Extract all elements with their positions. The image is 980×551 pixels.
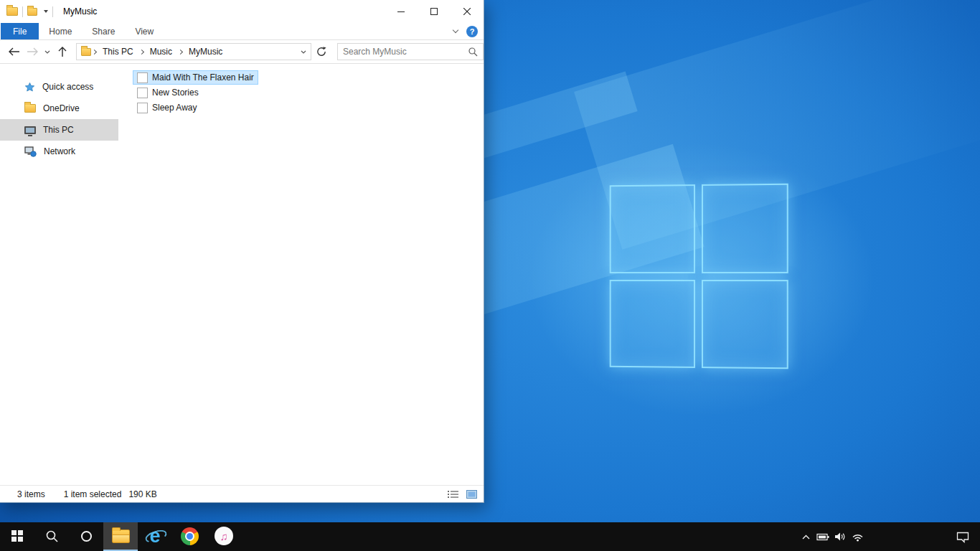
expand-ribbon-chevron-icon[interactable]	[453, 27, 458, 33]
windows-start-icon	[11, 530, 23, 542]
tab-home-label: Home	[49, 27, 72, 37]
windows-logo-pane	[701, 280, 788, 369]
forward-arrow-icon	[27, 47, 39, 56]
breadcrumb-separator-icon[interactable]	[92, 49, 97, 54]
help-icon: ?	[470, 27, 475, 36]
tab-home[interactable]: Home	[39, 23, 82, 39]
divider	[22, 6, 23, 17]
file-row[interactable]: New Stories	[133, 85, 203, 100]
monitor-icon	[24, 126, 36, 134]
sidebar-item-label: OneDrive	[43, 103, 80, 113]
windows-logo	[610, 184, 788, 369]
window-controls	[385, 0, 484, 23]
breadcrumb-this-pc[interactable]: This PC	[98, 44, 138, 60]
taskbar-internet-explorer-button[interactable]	[138, 522, 172, 551]
maximize-button[interactable]	[418, 0, 451, 23]
volume-tray-button[interactable]	[831, 522, 849, 551]
taskbar-file-explorer-button[interactable]	[103, 522, 138, 551]
breadcrumb-music[interactable]: Music	[145, 44, 177, 60]
search-box[interactable]	[337, 43, 484, 60]
help-button[interactable]: ?	[466, 26, 478, 37]
file-name: New Stories	[152, 88, 199, 98]
file-list: Maid With The Flaxen Hair New Stories Sl…	[118, 65, 484, 485]
address-bar[interactable]: This PC Music MyMusic	[76, 43, 311, 60]
media-file-icon	[137, 88, 148, 98]
selection-size: 190 KB	[128, 489, 156, 499]
cortana-icon	[81, 531, 92, 542]
battery-tray-button[interactable]	[814, 522, 831, 551]
refresh-button[interactable]	[313, 43, 330, 60]
windows-logo-pane	[701, 184, 788, 273]
ribbon-tab-bar: File Home Share View ?	[0, 23, 484, 40]
taskbar-chrome-button[interactable]	[172, 522, 207, 551]
windows-logo-pane	[610, 184, 695, 273]
file-explorer-icon	[112, 529, 130, 543]
navigation-pane: Quick access OneDrive This PC Network	[0, 65, 118, 485]
back-arrow-icon	[8, 47, 20, 56]
sidebar-item-label: This PC	[43, 125, 74, 135]
up-button[interactable]	[53, 42, 72, 61]
close-button[interactable]	[451, 0, 484, 23]
details-view-button[interactable]	[445, 487, 461, 501]
file-explorer-window: MyMusic File Home Share View ?	[0, 0, 484, 503]
taskbar-itunes-button[interactable]	[207, 522, 241, 551]
star-icon	[24, 82, 35, 93]
sidebar-item-network[interactable]: Network	[0, 141, 118, 162]
forward-button[interactable]	[23, 42, 42, 61]
tray-spacer	[866, 522, 946, 551]
tab-view[interactable]: View	[125, 23, 164, 39]
windows-logo-pane	[610, 279, 695, 367]
minimize-icon	[397, 8, 405, 15]
file-row[interactable]: Maid With The Flaxen Hair	[133, 70, 258, 85]
file-name: Maid With The Flaxen Hair	[152, 72, 254, 83]
system-tray	[797, 522, 980, 551]
recent-locations-button[interactable]	[42, 42, 53, 61]
sidebar-item-onedrive[interactable]: OneDrive	[0, 98, 118, 119]
search-input[interactable]	[343, 47, 468, 57]
breadcrumb-mymusic[interactable]: MyMusic	[184, 44, 227, 60]
chrome-icon	[181, 527, 199, 545]
quick-access-toolbar-icon[interactable]	[27, 8, 37, 16]
minimize-button[interactable]	[385, 0, 418, 23]
tab-share[interactable]: Share	[82, 23, 125, 39]
battery-icon	[816, 532, 829, 542]
thumbnails-view-icon	[466, 490, 477, 499]
back-button[interactable]	[4, 42, 23, 61]
chevron-down-icon	[44, 50, 50, 54]
cortana-button[interactable]	[69, 522, 103, 551]
maximize-icon	[430, 8, 438, 15]
thumbnails-view-button[interactable]	[463, 487, 479, 501]
action-center-button[interactable]	[946, 522, 980, 551]
sidebar-item-this-pc[interactable]: This PC	[0, 119, 118, 141]
show-hidden-icons-button[interactable]	[797, 522, 814, 551]
network-icon	[24, 146, 37, 157]
taskbar-search-button[interactable]	[34, 522, 69, 551]
window-body: Quick access OneDrive This PC Network	[0, 65, 484, 485]
breadcrumb-separator-icon[interactable]	[139, 49, 144, 54]
up-arrow-icon	[58, 47, 67, 57]
breadcrumb-separator-icon[interactable]	[178, 49, 183, 54]
ribbon-right-controls: ?	[453, 23, 484, 39]
status-bar: 3 items 1 item selected 190 KB	[0, 485, 484, 502]
divider	[52, 6, 53, 17]
internet-explorer-icon	[145, 526, 165, 546]
customize-toolbar-chevron-icon[interactable]	[44, 10, 48, 13]
search-icon	[45, 529, 59, 543]
network-tray-button[interactable]	[849, 522, 866, 551]
close-icon	[463, 8, 471, 15]
item-count: 3 items	[17, 489, 45, 499]
tab-file[interactable]: File	[1, 23, 39, 39]
window-title: MyMusic	[63, 6, 97, 17]
refresh-icon	[316, 47, 326, 57]
search-icon	[468, 47, 478, 57]
tab-file-label: File	[13, 27, 27, 37]
start-button[interactable]	[0, 522, 34, 551]
address-dropdown-button[interactable]	[296, 44, 311, 60]
location-folder-icon	[81, 48, 91, 56]
sidebar-item-quick-access[interactable]: Quick access	[0, 76, 118, 98]
file-row[interactable]: Sleep Away	[133, 100, 202, 115]
wifi-icon	[852, 532, 864, 542]
title-bar: MyMusic	[0, 0, 484, 23]
speaker-icon	[834, 532, 846, 542]
view-switcher	[445, 487, 479, 501]
